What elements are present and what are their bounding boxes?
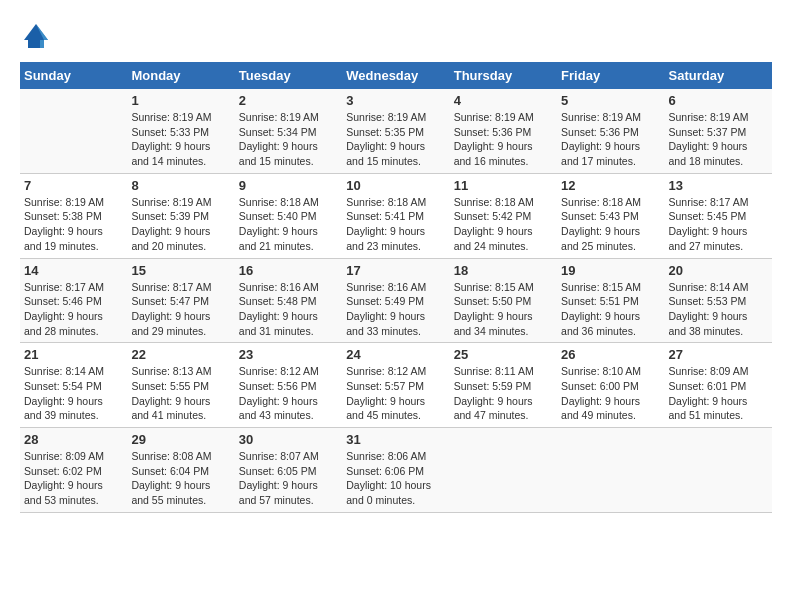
calendar-cell: 29Sunrise: 8:08 AM Sunset: 6:04 PM Dayli… (127, 428, 234, 513)
day-info: Sunrise: 8:19 AM Sunset: 5:38 PM Dayligh… (24, 195, 123, 254)
calendar-header: SundayMondayTuesdayWednesdayThursdayFrid… (20, 62, 772, 89)
day-number: 20 (669, 263, 768, 278)
calendar-table: SundayMondayTuesdayWednesdayThursdayFrid… (20, 62, 772, 513)
calendar-cell (665, 428, 772, 513)
weekday-header: Monday (127, 62, 234, 89)
day-info: Sunrise: 8:17 AM Sunset: 5:47 PM Dayligh… (131, 280, 230, 339)
day-number: 25 (454, 347, 553, 362)
day-number: 18 (454, 263, 553, 278)
day-number: 26 (561, 347, 660, 362)
day-number: 28 (24, 432, 123, 447)
day-info: Sunrise: 8:09 AM Sunset: 6:02 PM Dayligh… (24, 449, 123, 508)
day-number: 19 (561, 263, 660, 278)
day-number: 2 (239, 93, 338, 108)
calendar-cell: 15Sunrise: 8:17 AM Sunset: 5:47 PM Dayli… (127, 258, 234, 343)
calendar-cell: 13Sunrise: 8:17 AM Sunset: 5:45 PM Dayli… (665, 173, 772, 258)
day-number: 11 (454, 178, 553, 193)
day-info: Sunrise: 8:18 AM Sunset: 5:42 PM Dayligh… (454, 195, 553, 254)
calendar-cell: 12Sunrise: 8:18 AM Sunset: 5:43 PM Dayli… (557, 173, 664, 258)
day-number: 21 (24, 347, 123, 362)
day-info: Sunrise: 8:19 AM Sunset: 5:35 PM Dayligh… (346, 110, 445, 169)
logo-icon (20, 20, 52, 52)
calendar-cell: 1Sunrise: 8:19 AM Sunset: 5:33 PM Daylig… (127, 89, 234, 173)
day-info: Sunrise: 8:07 AM Sunset: 6:05 PM Dayligh… (239, 449, 338, 508)
calendar-cell: 27Sunrise: 8:09 AM Sunset: 6:01 PM Dayli… (665, 343, 772, 428)
day-info: Sunrise: 8:08 AM Sunset: 6:04 PM Dayligh… (131, 449, 230, 508)
calendar-cell: 31Sunrise: 8:06 AM Sunset: 6:06 PM Dayli… (342, 428, 449, 513)
calendar-cell: 3Sunrise: 8:19 AM Sunset: 5:35 PM Daylig… (342, 89, 449, 173)
calendar-cell: 20Sunrise: 8:14 AM Sunset: 5:53 PM Dayli… (665, 258, 772, 343)
weekday-header: Wednesday (342, 62, 449, 89)
day-info: Sunrise: 8:15 AM Sunset: 5:50 PM Dayligh… (454, 280, 553, 339)
day-info: Sunrise: 8:16 AM Sunset: 5:48 PM Dayligh… (239, 280, 338, 339)
calendar-cell: 7Sunrise: 8:19 AM Sunset: 5:38 PM Daylig… (20, 173, 127, 258)
day-info: Sunrise: 8:19 AM Sunset: 5:36 PM Dayligh… (454, 110, 553, 169)
day-info: Sunrise: 8:12 AM Sunset: 5:56 PM Dayligh… (239, 364, 338, 423)
day-info: Sunrise: 8:14 AM Sunset: 5:54 PM Dayligh… (24, 364, 123, 423)
calendar-cell: 6Sunrise: 8:19 AM Sunset: 5:37 PM Daylig… (665, 89, 772, 173)
calendar-cell: 11Sunrise: 8:18 AM Sunset: 5:42 PM Dayli… (450, 173, 557, 258)
day-info: Sunrise: 8:19 AM Sunset: 5:33 PM Dayligh… (131, 110, 230, 169)
day-number: 22 (131, 347, 230, 362)
calendar-cell: 17Sunrise: 8:16 AM Sunset: 5:49 PM Dayli… (342, 258, 449, 343)
calendar-cell: 30Sunrise: 8:07 AM Sunset: 6:05 PM Dayli… (235, 428, 342, 513)
weekday-header: Friday (557, 62, 664, 89)
day-info: Sunrise: 8:10 AM Sunset: 6:00 PM Dayligh… (561, 364, 660, 423)
calendar-cell: 22Sunrise: 8:13 AM Sunset: 5:55 PM Dayli… (127, 343, 234, 428)
day-info: Sunrise: 8:06 AM Sunset: 6:06 PM Dayligh… (346, 449, 445, 508)
logo (20, 20, 56, 52)
day-info: Sunrise: 8:16 AM Sunset: 5:49 PM Dayligh… (346, 280, 445, 339)
weekday-header: Sunday (20, 62, 127, 89)
day-number: 14 (24, 263, 123, 278)
day-info: Sunrise: 8:09 AM Sunset: 6:01 PM Dayligh… (669, 364, 768, 423)
day-info: Sunrise: 8:15 AM Sunset: 5:51 PM Dayligh… (561, 280, 660, 339)
calendar-cell: 16Sunrise: 8:16 AM Sunset: 5:48 PM Dayli… (235, 258, 342, 343)
calendar-week-row: 14Sunrise: 8:17 AM Sunset: 5:46 PM Dayli… (20, 258, 772, 343)
calendar-cell: 28Sunrise: 8:09 AM Sunset: 6:02 PM Dayli… (20, 428, 127, 513)
day-info: Sunrise: 8:18 AM Sunset: 5:41 PM Dayligh… (346, 195, 445, 254)
day-number: 6 (669, 93, 768, 108)
weekday-header: Tuesday (235, 62, 342, 89)
calendar-cell: 9Sunrise: 8:18 AM Sunset: 5:40 PM Daylig… (235, 173, 342, 258)
day-number: 5 (561, 93, 660, 108)
calendar-cell: 24Sunrise: 8:12 AM Sunset: 5:57 PM Dayli… (342, 343, 449, 428)
day-number: 10 (346, 178, 445, 193)
day-info: Sunrise: 8:13 AM Sunset: 5:55 PM Dayligh… (131, 364, 230, 423)
day-number: 30 (239, 432, 338, 447)
calendar-cell: 26Sunrise: 8:10 AM Sunset: 6:00 PM Dayli… (557, 343, 664, 428)
calendar-cell (557, 428, 664, 513)
day-number: 1 (131, 93, 230, 108)
day-info: Sunrise: 8:17 AM Sunset: 5:45 PM Dayligh… (669, 195, 768, 254)
calendar-cell: 2Sunrise: 8:19 AM Sunset: 5:34 PM Daylig… (235, 89, 342, 173)
day-number: 17 (346, 263, 445, 278)
day-number: 3 (346, 93, 445, 108)
day-info: Sunrise: 8:18 AM Sunset: 5:40 PM Dayligh… (239, 195, 338, 254)
calendar-cell: 19Sunrise: 8:15 AM Sunset: 5:51 PM Dayli… (557, 258, 664, 343)
day-info: Sunrise: 8:19 AM Sunset: 5:39 PM Dayligh… (131, 195, 230, 254)
day-info: Sunrise: 8:18 AM Sunset: 5:43 PM Dayligh… (561, 195, 660, 254)
weekday-header: Saturday (665, 62, 772, 89)
day-number: 7 (24, 178, 123, 193)
day-info: Sunrise: 8:11 AM Sunset: 5:59 PM Dayligh… (454, 364, 553, 423)
day-info: Sunrise: 8:19 AM Sunset: 5:37 PM Dayligh… (669, 110, 768, 169)
day-number: 27 (669, 347, 768, 362)
day-info: Sunrise: 8:12 AM Sunset: 5:57 PM Dayligh… (346, 364, 445, 423)
calendar-cell (450, 428, 557, 513)
calendar-cell: 21Sunrise: 8:14 AM Sunset: 5:54 PM Dayli… (20, 343, 127, 428)
calendar-cell: 8Sunrise: 8:19 AM Sunset: 5:39 PM Daylig… (127, 173, 234, 258)
calendar-cell: 18Sunrise: 8:15 AM Sunset: 5:50 PM Dayli… (450, 258, 557, 343)
calendar-cell: 5Sunrise: 8:19 AM Sunset: 5:36 PM Daylig… (557, 89, 664, 173)
calendar-body: 1Sunrise: 8:19 AM Sunset: 5:33 PM Daylig… (20, 89, 772, 512)
calendar-week-row: 7Sunrise: 8:19 AM Sunset: 5:38 PM Daylig… (20, 173, 772, 258)
calendar-cell: 25Sunrise: 8:11 AM Sunset: 5:59 PM Dayli… (450, 343, 557, 428)
day-number: 13 (669, 178, 768, 193)
day-number: 12 (561, 178, 660, 193)
day-number: 15 (131, 263, 230, 278)
day-info: Sunrise: 8:19 AM Sunset: 5:36 PM Dayligh… (561, 110, 660, 169)
day-number: 31 (346, 432, 445, 447)
calendar-week-row: 28Sunrise: 8:09 AM Sunset: 6:02 PM Dayli… (20, 428, 772, 513)
day-number: 9 (239, 178, 338, 193)
day-number: 24 (346, 347, 445, 362)
calendar-cell (20, 89, 127, 173)
day-number: 16 (239, 263, 338, 278)
